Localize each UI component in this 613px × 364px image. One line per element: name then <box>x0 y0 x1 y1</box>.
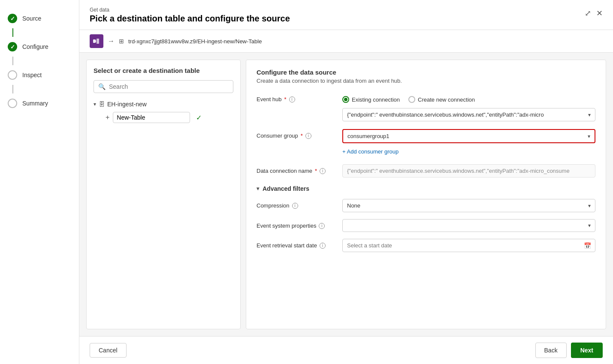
event-system-properties-control: ▾ <box>342 219 595 232</box>
advanced-filters-chevron-icon: ▾ <box>257 186 259 192</box>
step-circle-summary <box>8 99 17 108</box>
tree-db-label: EH-ingest-new <box>107 101 147 108</box>
compression-value: None <box>347 202 588 209</box>
breadcrumb-arrow: → <box>108 37 115 45</box>
advanced-filters-label: Advanced filters <box>263 185 309 192</box>
sidebar-item-inspect[interactable]: Inspect <box>0 65 79 85</box>
db-icon: 🗄 <box>99 101 105 108</box>
tree-check-icon[interactable]: ✓ <box>196 114 202 122</box>
svg-rect-1 <box>97 39 99 44</box>
compression-info-icon[interactable]: i <box>292 203 298 209</box>
tree-expand-icon[interactable]: ▾ <box>94 101 96 107</box>
add-table-icon[interactable]: + <box>106 114 109 121</box>
event-system-properties-info-icon[interactable]: i <box>319 223 325 229</box>
event-system-properties-label: Event system properties i <box>257 219 342 229</box>
event-retrieval-start-date-control: 📅 <box>342 239 595 252</box>
sidebar-label-inspect: Inspect <box>22 72 42 78</box>
consumer-group-dropdown[interactable]: consumergroup1 ▾ <box>342 129 595 143</box>
connection-dropdown[interactable]: {"endpoint":" eventhubinstance.servicebu… <box>342 108 595 121</box>
search-icon: 🔍 <box>98 83 106 90</box>
config-subtitle: Create a data connection to ingest data … <box>257 78 595 84</box>
panels-row: Select or create a destination table 🔍 ▾… <box>79 53 613 336</box>
event-system-properties-chevron-icon: ▾ <box>588 223 591 229</box>
event-system-properties-row: Event system properties i ▾ <box>257 219 595 232</box>
sidebar: ✓ Source ✓ Configure Inspect Summary <box>0 0 79 364</box>
connector-2 <box>12 57 13 65</box>
connection-value: {"endpoint":" eventhubinstance.servicebu… <box>347 111 588 118</box>
create-new-connection-option[interactable]: Create new connection <box>408 96 475 103</box>
search-box[interactable]: 🔍 <box>94 80 233 93</box>
start-date-input[interactable] <box>342 239 595 252</box>
sidebar-item-configure[interactable]: ✓ Configure <box>0 37 79 57</box>
compression-control: None ▾ <box>342 199 595 212</box>
event-retrieval-info-icon[interactable]: i <box>320 243 326 249</box>
step-circle-configure: ✓ <box>8 42 17 51</box>
dialog-header-left: Get data Pick a destination table and co… <box>90 7 290 24</box>
data-connection-name-value: {"endpoint":" eventhubinstance.servicebu… <box>342 164 595 177</box>
existing-connection-option[interactable]: Existing connection <box>342 96 400 103</box>
consumer-group-chevron-icon: ▾ <box>588 133 590 139</box>
calendar-icon: 📅 <box>584 242 591 249</box>
advanced-filters-header[interactable]: ▾ Advanced filters <box>257 185 595 192</box>
breadcrumb-bar: → ⊞ trd-xgnxc7jjgt881wwv8w.z9/EH-ingest-… <box>79 30 613 53</box>
breadcrumb-path: trd-xgnxc7jjgt881wwv8w.z9/EH-ingest-new/… <box>128 38 262 45</box>
existing-radio-circle[interactable] <box>342 96 349 103</box>
config-title: Configure the data source <box>257 69 595 76</box>
left-panel-title: Select or create a destination table <box>94 67 233 74</box>
sidebar-label-configure: Configure <box>22 43 48 50</box>
required-star-1: * <box>284 96 287 102</box>
data-connection-name-control: {"endpoint":" eventhubinstance.servicebu… <box>342 164 595 177</box>
event-retrieval-start-date-row: Event retrieval start date i 📅 <box>257 239 595 252</box>
event-system-properties-dropdown[interactable]: ▾ <box>342 219 595 232</box>
event-hub-label: Event hub * i <box>257 93 342 102</box>
expand-button[interactable]: ⤢ <box>585 9 591 18</box>
required-star-2: * <box>301 132 303 139</box>
dialog-title: Pick a destination table and configure t… <box>90 14 290 24</box>
sidebar-label-source: Source <box>22 15 41 22</box>
footer-left: Cancel <box>90 343 127 358</box>
tree-db-item: ▾ 🗄 EH-ingest-new <box>94 99 233 109</box>
add-consumer-group-button[interactable]: + Add consumer group <box>342 147 399 156</box>
tree-child: + ✓ <box>106 112 233 123</box>
dialog-header: Get data Pick a destination table and co… <box>79 0 613 30</box>
consumer-group-label: Consumer group * i <box>257 129 342 139</box>
compression-chevron-icon: ▾ <box>588 203 591 209</box>
search-input[interactable] <box>109 83 229 90</box>
event-retrieval-start-date-label: Event retrieval start date i <box>257 239 342 249</box>
existing-connection-label: Existing connection <box>352 96 400 103</box>
compression-row: Compression i None ▾ <box>257 199 595 212</box>
data-connection-name-row: Data connection name * i {"endpoint":" e… <box>257 164 595 177</box>
dialog-header-actions: ⤢ ✕ <box>585 9 603 18</box>
sidebar-item-source[interactable]: ✓ Source <box>0 9 79 28</box>
create-new-connection-label: Create new connection <box>418 96 475 103</box>
data-connection-info-icon[interactable]: i <box>320 168 326 174</box>
connector-3 <box>12 85 13 93</box>
cancel-button[interactable]: Cancel <box>90 343 127 358</box>
create-new-radio-circle[interactable] <box>408 96 415 103</box>
next-button[interactable]: Next <box>571 343 603 358</box>
sidebar-item-summary[interactable]: Summary <box>0 93 79 113</box>
event-hub-row: Event hub * i Existing connection <box>257 93 595 121</box>
sidebar-label-summary: Summary <box>22 100 48 107</box>
step-circle-source: ✓ <box>8 14 17 23</box>
get-data-label: Get data <box>90 7 290 13</box>
consumer-group-row: Consumer group * i consumergroup1 ▾ + Ad… <box>257 129 595 156</box>
event-hub-info-icon[interactable]: i <box>289 96 295 102</box>
consumer-group-control: consumergroup1 ▾ + Add consumer group <box>342 129 595 156</box>
right-panel: Configure the data source Create a data … <box>246 60 606 329</box>
left-panel: Select or create a destination table 🔍 ▾… <box>86 60 241 329</box>
close-button[interactable]: ✕ <box>596 9 603 18</box>
consumer-group-info-icon[interactable]: i <box>305 133 311 139</box>
main-content: Get data Pick a destination table and co… <box>79 0 613 364</box>
event-hub-icon <box>90 34 103 48</box>
data-connection-name-label: Data connection name * i <box>257 164 342 174</box>
footer-right: Back Next <box>535 343 603 358</box>
compression-dropdown[interactable]: None ▾ <box>342 199 595 212</box>
consumer-group-value: consumergroup1 <box>347 133 588 139</box>
step-circle-inspect <box>8 70 17 80</box>
compression-label: Compression i <box>257 199 342 209</box>
required-star-3: * <box>315 168 317 174</box>
back-button[interactable]: Back <box>535 343 567 358</box>
new-table-input[interactable] <box>113 112 190 123</box>
connection-chevron-icon: ▾ <box>588 112 591 118</box>
